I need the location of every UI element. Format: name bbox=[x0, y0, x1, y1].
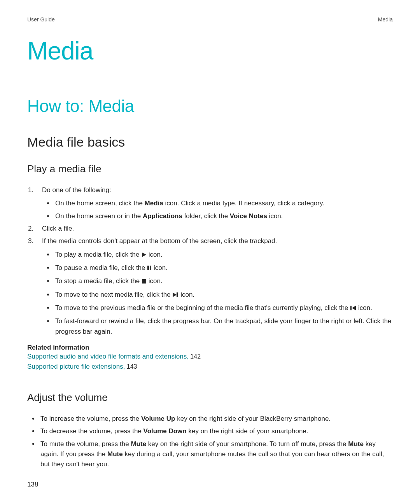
volume-mute: To mute the volume, press the Mute key o… bbox=[39, 439, 393, 470]
related-link-2-page: 143 bbox=[125, 363, 137, 370]
page-header: User Guide Media bbox=[27, 16, 393, 23]
bold-mute-2: Mute bbox=[348, 440, 364, 448]
text: To move to the previous media file or th… bbox=[55, 304, 350, 312]
page-number: 138 bbox=[27, 481, 38, 488]
step-3-text: If the media controls don't appear at th… bbox=[42, 237, 277, 245]
text: To decrease the volume, press the bbox=[40, 427, 144, 435]
svg-rect-5 bbox=[177, 292, 178, 297]
play-steps: Do one of the following: On the home scr… bbox=[27, 185, 393, 337]
play-heading: Play a media file bbox=[27, 163, 393, 175]
svg-rect-2 bbox=[150, 266, 151, 270]
header-left: User Guide bbox=[27, 16, 55, 23]
page-title: Media bbox=[27, 37, 393, 65]
volume-heading: Adjust the volume bbox=[27, 392, 393, 404]
bold-mute-3: Mute bbox=[107, 450, 123, 458]
control-play: To play a media file, click the icon. bbox=[54, 250, 393, 261]
text: icon. bbox=[180, 291, 194, 298]
text: icon. bbox=[149, 277, 163, 285]
text: key on the right side of your smartphone… bbox=[187, 427, 308, 435]
text: To move to the next media file, click th… bbox=[55, 291, 172, 298]
related-link-2[interactable]: Supported picture file extensions, 143 bbox=[27, 362, 393, 372]
related-link-1-page: 142 bbox=[189, 353, 201, 360]
text: To pause a media file, click the bbox=[55, 264, 147, 271]
text: icon. Click a media type. If necessary, … bbox=[163, 200, 324, 207]
text: icon. bbox=[149, 251, 163, 258]
text: On the home screen, click the bbox=[55, 200, 145, 207]
volume-decrease: To decrease the volume, press the Volume… bbox=[39, 426, 393, 436]
text: To play a media file, click the bbox=[55, 251, 141, 258]
step-1-options: On the home screen, click the Media icon… bbox=[42, 198, 393, 221]
related-link-1[interactable]: Supported audio and video file formats a… bbox=[27, 352, 393, 362]
text: key on the right side of your smartphone… bbox=[146, 440, 348, 448]
related-link-2-text: Supported picture file extensions, bbox=[27, 363, 125, 370]
control-next: To move to the next media file, click th… bbox=[54, 290, 393, 301]
basics-heading: Media file basics bbox=[27, 135, 393, 150]
svg-marker-4 bbox=[173, 292, 177, 297]
text: On the home screen or in the bbox=[55, 212, 143, 220]
step-3: If the media controls don't appear at th… bbox=[42, 236, 393, 337]
bold-mute-1: Mute bbox=[131, 440, 146, 448]
play-icon bbox=[141, 250, 147, 261]
svg-rect-1 bbox=[147, 266, 149, 270]
control-fastforward: To fast-forward or rewind a file, click … bbox=[54, 316, 393, 337]
step-1-option-a: On the home screen, click the Media icon… bbox=[54, 198, 393, 208]
bold-applications: Applications bbox=[143, 212, 182, 220]
next-icon bbox=[172, 290, 178, 301]
step-2: Click a file. bbox=[42, 224, 393, 234]
svg-rect-6 bbox=[350, 306, 352, 310]
control-previous: To move to the previous media file or th… bbox=[54, 303, 393, 314]
volume-increase: To increase the volume, press the Volume… bbox=[39, 414, 393, 424]
media-controls-list: To play a media file, click the icon. To… bbox=[42, 250, 393, 337]
svg-rect-3 bbox=[142, 279, 146, 284]
text: icon. bbox=[358, 304, 372, 312]
document-page: User Guide Media Media How to: Media Med… bbox=[0, 0, 420, 504]
step-1: Do one of the following: On the home scr… bbox=[42, 185, 393, 221]
text: icon. bbox=[267, 212, 283, 220]
svg-marker-0 bbox=[142, 252, 146, 257]
pause-icon bbox=[147, 264, 152, 274]
step-1-text: Do one of the following: bbox=[42, 186, 111, 194]
stop-icon bbox=[142, 277, 147, 287]
header-right: Media bbox=[378, 16, 393, 23]
svg-marker-7 bbox=[352, 306, 356, 310]
bold-volume-down: Volume Down bbox=[144, 427, 187, 435]
text: To stop a media file, click the bbox=[55, 277, 142, 285]
text: key on the right side of your BlackBerry… bbox=[175, 415, 331, 422]
volume-list: To increase the volume, press the Volume… bbox=[27, 414, 393, 470]
step-1-option-b: On the home screen or in the Application… bbox=[54, 211, 393, 221]
bold-media: Media bbox=[145, 200, 163, 207]
related-information-heading: Related information bbox=[27, 344, 393, 352]
control-pause: To pause a media file, click the icon. bbox=[54, 263, 393, 274]
howto-heading: How to: Media bbox=[27, 96, 393, 116]
bold-voice-notes: Voice Notes bbox=[230, 212, 267, 220]
text: folder, click the bbox=[182, 212, 230, 220]
bold-volume-up: Volume Up bbox=[141, 415, 175, 422]
text: icon. bbox=[154, 264, 168, 271]
related-link-1-text: Supported audio and video file formats a… bbox=[27, 353, 189, 360]
control-stop: To stop a media file, click the icon. bbox=[54, 276, 393, 287]
text: To mute the volume, press the bbox=[40, 440, 131, 448]
text: To increase the volume, press the bbox=[40, 415, 141, 422]
previous-icon bbox=[350, 304, 356, 314]
